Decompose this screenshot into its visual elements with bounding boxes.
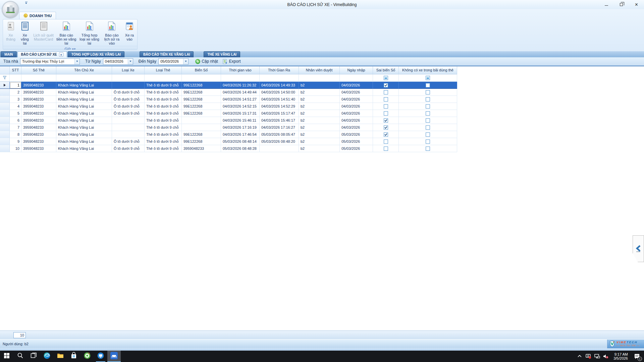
table-row[interactable]: 63959048233Khách Hàng Vãng LaiThẻ ô tô d… xyxy=(0,117,644,124)
chevron-down-icon[interactable] xyxy=(74,59,79,64)
column-header-thoi-gian-ra[interactable]: Thời Gian Ra xyxy=(260,66,299,74)
display-icon[interactable] xyxy=(593,351,601,362)
action-center-button[interactable]: 1 xyxy=(631,351,643,362)
checkbox-unchecked[interactable] xyxy=(384,111,388,116)
cell-bien-so[interactable]: 99E122268 xyxy=(182,82,221,89)
cell-ten-chu-xe[interactable]: Khách Hàng Vãng Lai xyxy=(56,124,112,131)
cell-thoi-gian-vao[interactable]: 04/03/2026 15:17:31 xyxy=(221,110,260,117)
cell-thoi-gian-vao[interactable]: 04/03/2026 15:46:11 xyxy=(221,117,260,124)
checkbox-indeterminate[interactable] xyxy=(384,76,388,80)
cell-thoi-gian-ra[interactable]: 04/03/2026 14:49:33 xyxy=(260,82,299,89)
cell-stt[interactable]: 9 xyxy=(10,138,21,145)
checkbox-unchecked[interactable] xyxy=(426,118,430,123)
cell-loai-xe[interactable] xyxy=(112,131,145,138)
cell-thoi-gian-vao[interactable]: 04/03/2026 14:52:15 xyxy=(221,103,260,110)
checkbox-checked[interactable] xyxy=(384,132,388,137)
tray-expand-icon[interactable] xyxy=(575,351,584,362)
cell-thoi-gian-ra[interactable]: 04/03/2026 15:17:47 xyxy=(260,110,299,117)
edge-browser[interactable] xyxy=(40,351,54,362)
microsoft-store[interactable] xyxy=(67,351,80,362)
cell-loai-the[interactable]: Thẻ ô tô dưới 9 chỗ xyxy=(145,138,182,145)
cell-loai-xe[interactable]: Ô tô dưới 9 chỗ xyxy=(112,103,145,110)
checkbox-unchecked[interactable] xyxy=(426,139,430,144)
cell-thoi-gian-vao[interactable]: 04/03/2026 14:49:44 xyxy=(221,89,260,96)
cell-ten-chu-xe[interactable]: Khách Hàng Vãng Lai xyxy=(56,96,112,103)
cell-stt[interactable]: 4 xyxy=(10,103,21,110)
record-count-box[interactable]: 10 xyxy=(13,332,26,338)
remote-desktop-app[interactable] xyxy=(94,351,107,362)
cell-ten-chu-xe[interactable]: Khách Hàng Vãng Lai xyxy=(56,110,112,117)
cell-so-the[interactable]: 3959048233 xyxy=(21,145,56,152)
cell-nhan-vien-duyet[interactable]: b2 xyxy=(299,96,340,103)
checkbox-checked[interactable] xyxy=(384,125,388,130)
tab-tong-hop-loai-xe-vang-lai[interactable]: TỔNG HỢP LOẠI XE VÃNG LAI xyxy=(68,51,124,57)
cell-so-the[interactable]: 3959048233 xyxy=(21,89,56,96)
cell-ten-chu-xe[interactable]: Khách Hàng Vãng Lai xyxy=(56,138,112,145)
filter-cell-khong-co-xe-trong-bai-dung-the[interactable] xyxy=(399,74,457,82)
task-view-button[interactable] xyxy=(27,351,40,362)
filter-cell-stt[interactable] xyxy=(10,74,21,82)
checkbox-unchecked[interactable] xyxy=(426,111,430,116)
cell-stt[interactable]: 7 xyxy=(10,124,21,131)
cell-bien-so[interactable]: 99E122268 xyxy=(182,131,221,138)
cell-thoi-gian-ra[interactable]: 05/03/2026 08:48:20 xyxy=(260,138,299,145)
cell-loai-the[interactable]: Thẻ ô tô dưới 9 chỗ xyxy=(145,117,182,124)
application-menu-button[interactable] xyxy=(2,1,19,18)
chevron-down-icon[interactable] xyxy=(128,59,133,64)
cell-so-the[interactable]: 3959048233 xyxy=(21,138,56,145)
cell-thoi-gian-vao[interactable]: 04/03/2026 14:51:27 xyxy=(221,96,260,103)
sync-status-icon[interactable] xyxy=(584,351,593,362)
checkbox-unchecked[interactable] xyxy=(384,146,388,151)
cell-bien-so[interactable]: 99E122268 xyxy=(182,89,221,96)
cell-loai-the[interactable]: Thẻ ô tô dưới 9 chỗ xyxy=(145,82,182,89)
cell-loai-xe[interactable] xyxy=(112,124,145,131)
cell-nhan-vien-duyet[interactable]: b2 xyxy=(299,124,340,131)
column-header-sai-bien-so[interactable]: Sai biển Số xyxy=(373,66,399,74)
table-row[interactable]: 23959048233Khách Hàng Vãng LaiÔ tô dưới … xyxy=(0,89,644,96)
checkbox-unchecked[interactable] xyxy=(426,132,430,137)
checkbox-unchecked[interactable] xyxy=(384,104,388,109)
checkbox-unchecked[interactable] xyxy=(426,104,430,109)
column-header-nhan-vien-duyet[interactable]: Nhân viên duyệt xyxy=(299,66,340,74)
building-select[interactable]: Trường Đại Học Thủy Lợi xyxy=(20,58,80,65)
cell-so-the[interactable]: 3959048233 xyxy=(21,103,56,110)
cell-bien-so[interactable] xyxy=(182,117,221,124)
checkbox-unchecked[interactable] xyxy=(384,97,388,102)
cell-nhan-vien-duyet[interactable]: b2 xyxy=(299,145,340,152)
cell-ngay-nhap[interactable]: 04/03/2026 xyxy=(340,82,373,89)
cell-ngay-nhap[interactable]: 04/03/2026 xyxy=(340,89,373,96)
ribbon-button-bao-cao-lich-su-ra-vao[interactable]: Báo cáo lịch sử ra vào xyxy=(101,20,122,46)
search-button[interactable] xyxy=(13,351,27,362)
minimize-button[interactable] xyxy=(599,0,614,9)
cell-thoi-gian-vao[interactable]: 04/03/2026 11:26:32 xyxy=(221,82,260,89)
column-header-thoi-gian-vao[interactable]: Thời gian vào xyxy=(221,66,260,74)
checkbox-checked[interactable] xyxy=(384,83,388,87)
table-row[interactable]: 73959048233Khách Hàng Vãng LaiThẻ ô tô d… xyxy=(0,124,644,131)
cell-ten-chu-xe[interactable]: Khách Hàng Vãng Lai xyxy=(56,131,112,138)
cell-ngay-nhap[interactable]: 04/03/2026 xyxy=(340,117,373,124)
cell-thoi-gian-ra[interactable]: 04/03/2026 14:50:00 xyxy=(260,89,299,96)
cell-loai-xe[interactable]: Ô tô dưới 9 chỗ xyxy=(112,89,145,96)
cell-loai-xe[interactable]: Ô tô dưới 9 chỗ xyxy=(112,96,145,103)
checkbox-indeterminate[interactable] xyxy=(426,76,430,80)
volume-muted-icon[interactable] xyxy=(601,351,610,362)
cell-loai-the[interactable]: Thẻ ô tô dưới 9 chỗ xyxy=(145,89,182,96)
checkbox-unchecked[interactable] xyxy=(426,90,430,95)
tab-main[interactable]: MAIN xyxy=(1,51,17,57)
cell-loai-the[interactable]: Thẻ ô tô dưới 9 chỗ xyxy=(145,124,182,131)
cell-ngay-nhap[interactable]: 05/03/2026 xyxy=(340,138,373,145)
table-row[interactable]: 93959048233Khách Hàng Vãng LaiÔ tô dưới … xyxy=(0,138,644,145)
cell-thoi-gian-vao[interactable]: 04/03/2026 17:16:19 xyxy=(221,124,260,131)
restore-button[interactable] xyxy=(614,0,629,9)
cell-thoi-gian-vao[interactable]: 05/03/2026 08:48:14 xyxy=(221,138,260,145)
cell-bien-so[interactable]: 99E122268 xyxy=(182,110,221,117)
column-header-khong-co-xe-trong-bai-dung-the[interactable]: Không có xe trong bãi dùng thẻ xyxy=(399,66,457,74)
cell-loai-xe[interactable] xyxy=(112,117,145,124)
ribbon-button-tong-hop-loai-xe-vang-lai[interactable]: Tổng hợp loại xe vãng lai xyxy=(77,20,101,46)
cell-ngay-nhap[interactable]: 04/03/2026 xyxy=(340,110,373,117)
cell-ngay-nhap[interactable]: 04/03/2026 xyxy=(340,103,373,110)
filter-cell-thoi-gian-ra[interactable] xyxy=(260,74,299,82)
vimebuilding-app[interactable] xyxy=(107,351,121,362)
cell-stt[interactable]: 2 xyxy=(10,89,21,96)
ribbon-button-xe-vang-lai[interactable]: Xe vãng lai xyxy=(18,20,32,46)
